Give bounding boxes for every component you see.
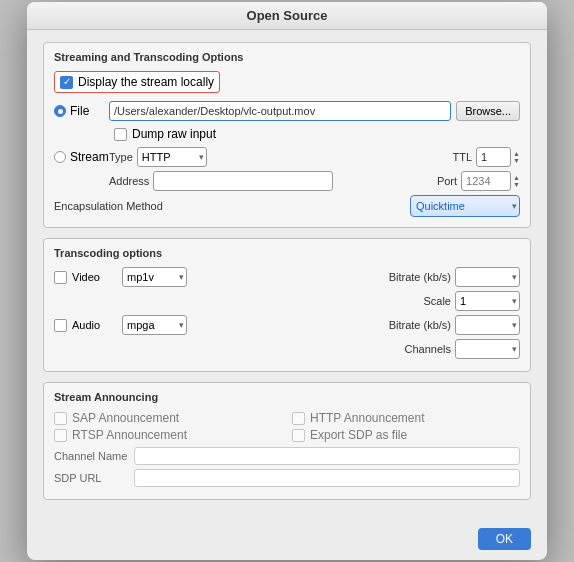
type-select[interactable]: HTTP — [137, 147, 207, 167]
scale-row: Scale 1 — [54, 291, 520, 311]
sap-checkbox — [54, 412, 67, 425]
http-label: HTTP Announcement — [310, 411, 425, 425]
sdp-url-input[interactable] — [134, 469, 520, 487]
video-bitrate-select[interactable] — [455, 267, 520, 287]
window-title: Open Source — [247, 8, 328, 23]
announce-grid: SAP Announcement HTTP Announcement RTSP … — [54, 411, 520, 442]
encap-row: Encapsulation Method Quicktime — [54, 195, 520, 217]
sdp-url-label: SDP URL — [54, 472, 134, 484]
video-row: Video mp1v Bitrate (kb/s) — [54, 267, 520, 287]
transcoding-label: Transcoding options — [54, 247, 520, 259]
audio-codec-select[interactable]: mpga — [122, 315, 187, 335]
dump-raw-label: Dump raw input — [132, 127, 216, 141]
video-bitrate-label: Bitrate (kb/s) — [389, 271, 451, 283]
address-input[interactable] — [153, 171, 333, 191]
audio-bitrate-select[interactable] — [455, 315, 520, 335]
scale-select[interactable]: 1 — [455, 291, 520, 311]
channel-name-input[interactable] — [134, 447, 520, 465]
ttl-input[interactable] — [476, 147, 511, 167]
port-spinner[interactable]: ▲ ▼ — [513, 174, 520, 188]
sap-label: SAP Announcement — [72, 411, 179, 425]
export-sdp-item: Export SDP as file — [292, 428, 520, 442]
type-label: Type — [109, 151, 133, 163]
dump-raw-checkbox[interactable] — [114, 128, 127, 141]
scale-wrapper: 1 — [455, 291, 520, 311]
file-row: File Browse... — [54, 101, 520, 121]
dump-raw-row: Dump raw input — [114, 127, 520, 141]
sdp-url-row: SDP URL — [54, 469, 520, 487]
type-select-wrapper: HTTP — [137, 147, 207, 167]
browse-button[interactable]: Browse... — [456, 101, 520, 121]
encap-label: Encapsulation Method — [54, 200, 163, 212]
export-sdp-checkbox — [292, 429, 305, 442]
display-stream-label: Display the stream locally — [78, 75, 214, 89]
channel-name-row: Channel Name — [54, 447, 520, 465]
announcing-section: Stream Announcing SAP Announcement HTTP … — [43, 382, 531, 500]
audio-codec-wrapper: mpga — [122, 315, 187, 335]
transcoding-section: Transcoding options Video mp1v Bitrate (… — [43, 238, 531, 372]
ok-button[interactable]: OK — [478, 528, 531, 550]
rtsp-item: RTSP Announcement — [54, 428, 282, 442]
stream-radio-label[interactable]: Stream — [54, 150, 109, 164]
ttl-label: TTL — [453, 151, 473, 163]
video-bitrate-wrapper — [455, 267, 520, 287]
stream-row: Stream Type HTTP TTL ▲ ▼ — [54, 147, 520, 167]
stream-label: Stream — [70, 150, 109, 164]
port-input[interactable] — [461, 171, 511, 191]
channels-row: Channels — [54, 339, 520, 359]
audio-checkbox[interactable] — [54, 319, 67, 332]
rtsp-checkbox — [54, 429, 67, 442]
streaming-section-label: Streaming and Transcoding Options — [54, 51, 520, 63]
file-path-input[interactable] — [109, 101, 451, 121]
channel-name-label: Channel Name — [54, 450, 134, 462]
file-radio[interactable] — [54, 105, 66, 117]
audio-bitrate-label: Bitrate (kb/s) — [389, 319, 451, 331]
port-label: Port — [437, 175, 457, 187]
footer: OK — [27, 522, 547, 560]
address-row: Address Port ▲ ▼ — [109, 171, 520, 191]
file-label: File — [70, 104, 89, 118]
channels-wrapper — [455, 339, 520, 359]
address-label: Address — [109, 175, 149, 187]
display-stream-row[interactable]: ✓ Display the stream locally — [54, 71, 220, 93]
stream-radio[interactable] — [54, 151, 66, 163]
content-area: Streaming and Transcoding Options ✓ Disp… — [27, 30, 547, 522]
display-stream-checkbox[interactable]: ✓ — [60, 76, 73, 89]
rtsp-label: RTSP Announcement — [72, 428, 187, 442]
audio-row: Audio mpga Bitrate (kb/s) — [54, 315, 520, 335]
ttl-spinner[interactable]: ▲ ▼ — [513, 150, 520, 164]
video-label: Video — [72, 271, 122, 283]
http-checkbox — [292, 412, 305, 425]
streaming-section: Streaming and Transcoding Options ✓ Disp… — [43, 42, 531, 228]
sap-item: SAP Announcement — [54, 411, 282, 425]
video-codec-wrapper: mp1v — [122, 267, 187, 287]
channels-select[interactable] — [455, 339, 520, 359]
file-radio-label[interactable]: File — [54, 104, 109, 118]
video-codec-select[interactable]: mp1v — [122, 267, 187, 287]
encap-select[interactable]: Quicktime — [410, 195, 520, 217]
announcing-label: Stream Announcing — [54, 391, 520, 403]
video-checkbox[interactable] — [54, 271, 67, 284]
scale-label: Scale — [423, 295, 451, 307]
audio-bitrate-wrapper — [455, 315, 520, 335]
channels-label: Channels — [405, 343, 451, 355]
open-source-dialog: Open Source Streaming and Transcoding Op… — [27, 2, 547, 560]
http-item: HTTP Announcement — [292, 411, 520, 425]
title-bar: Open Source — [27, 2, 547, 30]
export-sdp-label: Export SDP as file — [310, 428, 407, 442]
encap-select-wrapper: Quicktime — [410, 195, 520, 217]
audio-label: Audio — [72, 319, 122, 331]
